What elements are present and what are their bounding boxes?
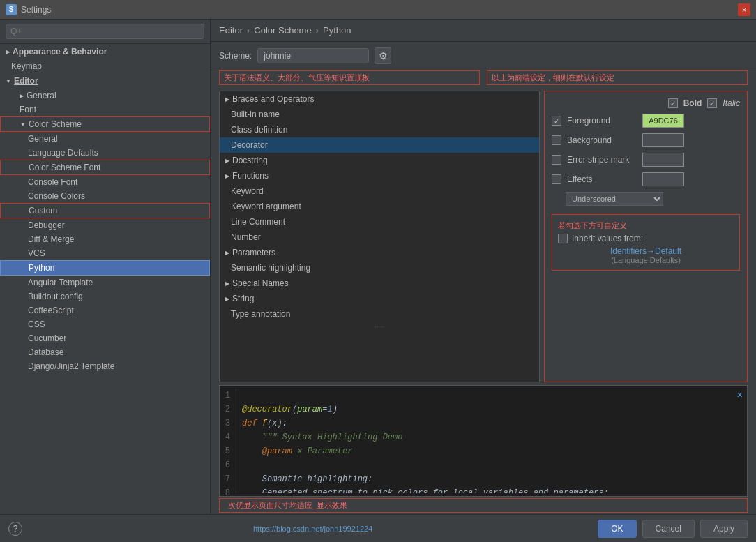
scheme-select[interactable]: johnnie Default Darcula High Contrast — [257, 48, 369, 63]
general-arrow: ▶ — [20, 93, 24, 99]
sidebar-item-appearance[interactable]: ▶ Appearance & Behavior — [0, 44, 210, 59]
italic-checkbox[interactable] — [707, 98, 717, 108]
effects-label: Effects — [567, 174, 637, 184]
foreground-checkbox[interactable] — [552, 116, 561, 126]
sidebar-item-keymap[interactable]: Keymap — [0, 59, 210, 73]
sidebar-label-appearance: Appearance & Behavior — [13, 47, 107, 57]
sidebar-item-angular[interactable]: Angular Template — [0, 276, 210, 289]
error-stripe-color-box[interactable] — [642, 153, 684, 167]
background-color-box[interactable] — [642, 133, 684, 147]
url-text: https://blog.csdn.net/john19921224 — [253, 525, 372, 533]
sidebar-label-coffeescript: CoffeeScript — [28, 306, 74, 315]
sidebar-item-cs-font[interactable]: Color Scheme Font — [0, 160, 210, 175]
inherit-link[interactable]: Identifiers→Default — [610, 246, 681, 256]
sidebar-item-database[interactable]: Database — [0, 345, 210, 359]
background-checkbox[interactable] — [552, 135, 561, 145]
sidebar-item-console-colors[interactable]: Console Colors — [0, 189, 210, 203]
sidebar-item-cucumber[interactable]: Cucumber — [0, 331, 210, 345]
breadcrumb-sep2: › — [316, 25, 319, 36]
sidebar-item-lang-defaults[interactable]: Language Defaults — [0, 146, 210, 160]
apply-button[interactable]: Apply — [700, 520, 748, 538]
sidebar-item-color-scheme[interactable]: ▼ Color Scheme — [0, 116, 210, 132]
window-title: Settings — [21, 5, 51, 15]
sidebar-label-lang-defaults: Language Defaults — [28, 148, 98, 158]
sidebar-label-diff-merge: Diff & Merge — [28, 234, 74, 244]
syntax-group-parameters[interactable]: ▶ Parameters — [220, 245, 539, 260]
sidebar: ▶ Appearance & Behavior Keymap ▼ Editor … — [0, 20, 211, 514]
effects-checkbox[interactable] — [552, 174, 561, 184]
bottom-annotation: 次优显示页面尺寸均适应_显示效果 — [219, 498, 748, 513]
annotation-top-container: 关于语法语义、大部分、气压等知识置顶板 以上为前端设定，细则在默认行设定 — [219, 70, 748, 85]
sidebar-item-debugger[interactable]: Debugger — [0, 218, 210, 232]
search-box — [0, 20, 210, 44]
close-preview-button[interactable]: ✕ — [737, 389, 743, 400]
syntax-label-special: Special Names — [232, 278, 289, 288]
foreground-color-box[interactable]: A9DC76 — [642, 114, 684, 128]
syntax-item-builtin[interactable]: Built-in name — [220, 107, 539, 122]
background-label: Background — [567, 135, 637, 145]
syntax-group-special[interactable]: ▶ Special Names — [220, 276, 539, 291]
sidebar-item-django[interactable]: Django/Jinja2 Template — [0, 359, 210, 373]
syntax-group-docstring[interactable]: ▶ Docstring — [220, 153, 539, 168]
syntax-label-braces: Braces and Operators — [232, 94, 314, 104]
syntax-group-string[interactable]: ▶ String — [220, 291, 539, 306]
sidebar-item-cs-general[interactable]: General — [0, 132, 210, 146]
sidebar-item-font[interactable]: Font — [0, 103, 210, 116]
syntax-label-class: Class definition — [231, 125, 287, 135]
error-stripe-checkbox[interactable] — [552, 155, 561, 165]
sidebar-item-diff-merge[interactable]: Diff & Merge — [0, 232, 210, 246]
sidebar-label-editor: Editor — [14, 76, 38, 86]
background-row: Background — [552, 133, 740, 147]
sidebar-item-css[interactable]: CSS — [0, 317, 210, 331]
sidebar-item-general[interactable]: ▶ General — [0, 89, 210, 103]
foreground-label: Foreground — [567, 116, 637, 126]
syntax-item-decorator[interactable]: Decorator — [220, 137, 539, 153]
syntax-item-number[interactable]: Number — [220, 229, 539, 245]
effects-dropdown-row: Underscored Underwave Bordered Box Bold … — [552, 192, 740, 206]
syntax-label-docstring: Docstring — [232, 156, 268, 165]
effects-color-box[interactable] — [642, 172, 684, 186]
sidebar-label-vcs: VCS — [28, 248, 45, 258]
sidebar-item-vcs[interactable]: VCS — [0, 246, 210, 260]
error-stripe-label: Error stripe mark — [567, 155, 637, 165]
bold-checkbox[interactable] — [668, 98, 678, 108]
inherit-checkbox[interactable] — [558, 234, 568, 243]
functions-arrow: ▶ — [225, 173, 229, 179]
syntax-group-functions[interactable]: ▶ Functions — [220, 168, 539, 183]
syntax-item-keyword[interactable]: Keyword — [220, 183, 539, 199]
main-container: ▶ Appearance & Behavior Keymap ▼ Editor … — [0, 20, 756, 514]
middle-section: ▶ Braces and Operators Built-in name Cla… — [219, 91, 748, 382]
sidebar-label-angular: Angular Template — [28, 278, 93, 287]
close-button[interactable]: × — [738, 3, 750, 16]
sidebar-item-editor[interactable]: ▼ Editor — [0, 73, 210, 89]
foreground-row: Foreground A9DC76 — [552, 114, 740, 128]
app-icon: S — [6, 4, 17, 15]
search-input[interactable] — [6, 24, 204, 39]
inherit-link-row: Identifiers→Default — [558, 246, 734, 256]
scheme-row: Scheme: johnnie Default Darcula High Con… — [211, 42, 756, 70]
inherit-row: Inherit values from: — [558, 234, 734, 243]
sidebar-item-coffeescript[interactable]: CoffeeScript — [0, 303, 210, 317]
sidebar-label-database: Database — [28, 347, 63, 357]
syntax-item-kwarg[interactable]: Keyword argument — [220, 199, 539, 214]
cancel-button[interactable]: Cancel — [642, 520, 695, 538]
syntax-item-class[interactable]: Class definition — [220, 122, 539, 137]
effects-dropdown[interactable]: Underscored Underwave Bordered Box Bold … — [566, 192, 663, 206]
breadcrumb-python: Python — [323, 25, 351, 36]
sidebar-label-buildout: Buildout config — [28, 292, 83, 301]
parameters-arrow: ▶ — [225, 250, 229, 256]
sidebar-label-css: CSS — [28, 319, 45, 329]
sidebar-item-console-font[interactable]: Console Font — [0, 175, 210, 189]
syntax-item-semantic[interactable]: Semantic highlighting — [220, 260, 539, 276]
scheme-gear-button[interactable]: ⚙ — [375, 47, 391, 64]
syntax-item-linecomment[interactable]: Line Comment — [220, 214, 539, 229]
syntax-group-braces[interactable]: ▶ Braces and Operators — [220, 91, 539, 107]
ok-button[interactable]: OK — [598, 520, 636, 538]
sidebar-item-buildout[interactable]: Buildout config — [0, 289, 210, 303]
sidebar-item-custom[interactable]: Custom — [0, 203, 210, 218]
syntax-item-typeanno[interactable]: Type annotation — [220, 306, 539, 322]
sidebar-item-python[interactable]: Python — [0, 260, 210, 276]
help-button[interactable]: ? — [8, 522, 22, 536]
italic-label: Italic — [723, 98, 740, 108]
scheme-label: Scheme: — [219, 51, 252, 61]
